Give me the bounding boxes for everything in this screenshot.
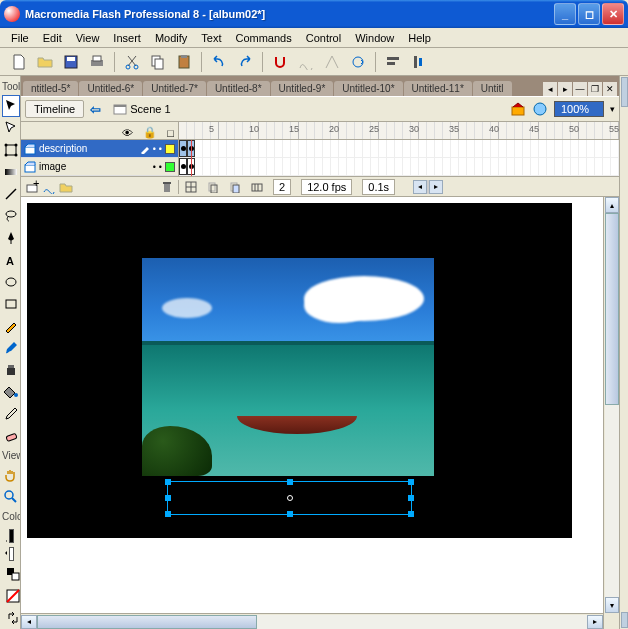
paste-button[interactable] <box>173 51 195 73</box>
window-close-button[interactable]: ✕ <box>602 3 624 25</box>
selection-tool[interactable] <box>2 95 20 117</box>
lock-header-icon[interactable]: 🔒 <box>143 126 157 139</box>
doc-tab-7[interactable]: Untitl <box>473 81 512 96</box>
doc-tab-1[interactable]: Untitled-6* <box>79 81 142 96</box>
paint-bucket-tool[interactable] <box>2 381 20 403</box>
stroke-color-row[interactable] <box>4 527 16 545</box>
menu-modify[interactable]: Modify <box>148 30 194 46</box>
layer-lock-dot[interactable]: • <box>159 144 162 154</box>
menu-window[interactable]: Window <box>348 30 401 46</box>
timeline-scroll-left[interactable]: ◂ <box>413 180 427 194</box>
onion-outline-icon[interactable] <box>229 181 241 193</box>
zoom-dropdown-icon[interactable]: ▾ <box>610 104 615 114</box>
doc-tab-5[interactable]: Untitled-10* <box>334 81 402 96</box>
stage-image[interactable] <box>142 258 434 476</box>
nocolor-tool[interactable] <box>4 585 21 607</box>
rectangle-tool[interactable] <box>2 293 20 315</box>
edit-multiple-icon[interactable] <box>251 181 263 193</box>
scroll-down-button[interactable]: ▾ <box>605 597 619 613</box>
new-button[interactable] <box>8 51 30 73</box>
eraser-tool[interactable] <box>2 425 20 447</box>
doc-minimize[interactable]: — <box>573 82 587 96</box>
straighten-button[interactable] <box>321 51 343 73</box>
align-button[interactable] <box>382 51 404 73</box>
pen-tool[interactable] <box>2 227 20 249</box>
layer-row-description[interactable]: description • • <box>21 140 178 158</box>
layer-outline-chip[interactable] <box>165 162 175 172</box>
pencil-tool[interactable] <box>2 315 20 337</box>
copy-button[interactable] <box>147 51 169 73</box>
window-minimize-button[interactable]: _ <box>554 3 576 25</box>
layer-lock-dot[interactable]: • <box>159 162 162 172</box>
menu-edit[interactable]: Edit <box>36 30 69 46</box>
scroll-right-button[interactable]: ▸ <box>587 615 603 629</box>
insert-folder-button[interactable] <box>59 180 73 194</box>
menu-text[interactable]: Text <box>194 30 228 46</box>
smooth-button[interactable] <box>295 51 317 73</box>
layer-vis-dot[interactable]: • <box>153 162 156 172</box>
scroll-left-button[interactable]: ◂ <box>21 615 37 629</box>
free-transform-tool[interactable] <box>2 139 20 161</box>
onion-skin-icon[interactable] <box>207 181 219 193</box>
timeline-toggle-button[interactable]: Timeline <box>25 100 84 118</box>
vertical-scrollbar[interactable]: ▴ ▾ <box>604 197 619 613</box>
scroll-thumb-v[interactable] <box>605 213 619 405</box>
ink-bottle-tool[interactable] <box>2 359 20 381</box>
swap-tool[interactable] <box>4 607 21 629</box>
timeline-scroll-right[interactable]: ▸ <box>429 180 443 194</box>
doc-tab-3[interactable]: Untitled-8* <box>207 81 270 96</box>
hand-tool[interactable] <box>2 464 20 486</box>
scroll-thumb-h[interactable] <box>37 615 257 629</box>
doc-tab-6[interactable]: Untitled-11* <box>404 81 472 96</box>
print-button[interactable] <box>86 51 108 73</box>
brush-tool[interactable] <box>2 337 20 359</box>
zoom-level-input[interactable]: 100% <box>554 101 604 117</box>
menu-control[interactable]: Control <box>299 30 348 46</box>
doc-tab-4[interactable]: Untitled-9* <box>271 81 334 96</box>
layer-vis-dot[interactable]: • <box>153 144 156 154</box>
ruler-tick[interactable] <box>179 122 187 139</box>
motion-guide-button[interactable] <box>42 180 56 194</box>
window-maximize-button[interactable]: ◻ <box>578 3 600 25</box>
menu-help[interactable]: Help <box>401 30 438 46</box>
menu-file[interactable]: File <box>4 30 36 46</box>
scene-back-button[interactable]: ⇦ <box>90 102 101 117</box>
layer-outline-chip[interactable] <box>165 144 175 154</box>
redo-button[interactable] <box>234 51 256 73</box>
visibility-header-icon[interactable]: 👁 <box>122 127 133 139</box>
gradient-transform-tool[interactable] <box>2 161 20 183</box>
doc-restore[interactable]: ❐ <box>588 82 602 96</box>
panel-grabber[interactable] <box>621 612 628 628</box>
tab-scroll-left[interactable]: ◂ <box>543 82 557 96</box>
oval-tool[interactable] <box>2 271 20 293</box>
line-tool[interactable] <box>2 183 20 205</box>
snap-button[interactable] <box>269 51 291 73</box>
undo-button[interactable] <box>208 51 230 73</box>
center-frame-icon[interactable] <box>185 181 197 193</box>
tab-scroll-right[interactable]: ▸ <box>558 82 572 96</box>
menu-view[interactable]: View <box>69 30 107 46</box>
eyedropper-tool[interactable] <box>2 403 20 425</box>
rotate-button[interactable] <box>347 51 369 73</box>
doc-close[interactable]: ✕ <box>603 82 617 96</box>
align2-button[interactable] <box>408 51 430 73</box>
panel-grabber[interactable] <box>621 77 628 107</box>
edit-symbol-icon[interactable] <box>532 101 548 117</box>
menu-commands[interactable]: Commands <box>228 30 298 46</box>
menu-insert[interactable]: Insert <box>106 30 148 46</box>
cut-button[interactable] <box>121 51 143 73</box>
timeline-frames-area[interactable] <box>179 140 619 176</box>
layer-row-image[interactable]: image • • <box>21 158 178 176</box>
outline-header-icon[interactable]: □ <box>167 127 174 139</box>
stage-text-selection-box[interactable] <box>167 481 412 515</box>
subselection-tool[interactable] <box>2 117 20 139</box>
delete-layer-button[interactable] <box>160 180 174 194</box>
lasso-tool[interactable] <box>2 205 20 227</box>
horizontal-scrollbar[interactable]: ◂ ▸ <box>21 613 603 629</box>
text-tool[interactable]: A <box>2 249 20 271</box>
edit-scene-icon[interactable] <box>510 101 526 117</box>
open-button[interactable] <box>34 51 56 73</box>
zoom-tool[interactable] <box>2 486 20 508</box>
bw-tool[interactable] <box>4 563 21 585</box>
doc-tab-0[interactable]: ntitled-5* <box>23 81 78 96</box>
